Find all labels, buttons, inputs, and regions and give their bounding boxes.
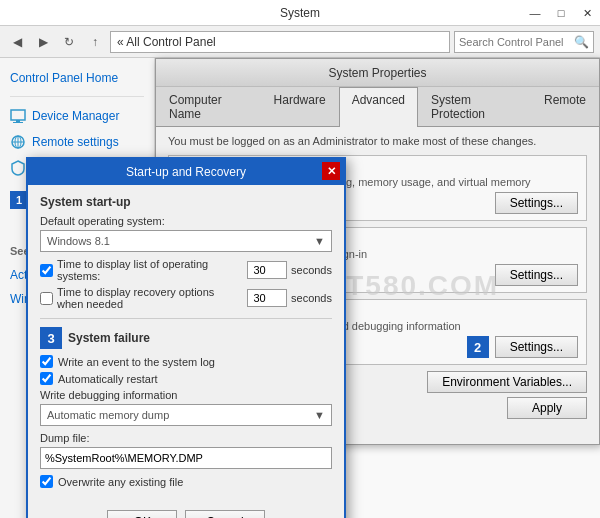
dropdown-arrow-icon: ▼ — [314, 235, 325, 247]
system-protection-icon — [10, 160, 26, 176]
refresh-button[interactable]: ↻ — [58, 31, 80, 53]
address-bar: ◀ ▶ ↻ ↑ « All Control Panel 🔍 — [0, 26, 600, 58]
auto-restart-row: Automatically restart — [40, 372, 332, 385]
dialog-footer: OK Cancel — [28, 502, 344, 518]
window-title: System — [280, 6, 320, 20]
window-controls: — □ ✕ — [522, 0, 600, 26]
env-variables-btn[interactable]: Environment Variables... — [427, 371, 587, 393]
number-badge-2: 2 — [467, 336, 489, 358]
dump-file-label: Dump file: — [40, 432, 332, 444]
default-os-label: Default operating system: — [40, 215, 332, 227]
user-profiles-settings-btn[interactable]: Settings... — [495, 264, 578, 286]
system-properties-dialog: System Properties Computer Name Hardware… — [155, 58, 600, 445]
search-box: 🔍 — [454, 31, 594, 53]
ok-button[interactable]: OK — [107, 510, 177, 518]
up-button[interactable]: ↑ — [84, 31, 106, 53]
startup-recovery-dialog: Start-up and Recovery ✕ System start-up … — [26, 157, 346, 518]
sidebar-item-device-manager[interactable]: Device Manager — [0, 103, 154, 129]
display-recovery-row: Time to display recovery options when ne… — [40, 286, 332, 310]
svg-rect-1 — [16, 120, 20, 122]
display-list-checkbox[interactable] — [40, 264, 53, 277]
tab-advanced[interactable]: Advanced — [339, 87, 418, 127]
auto-restart-checkbox[interactable] — [40, 372, 53, 385]
sidebar-item-control-panel-home[interactable]: Control Panel Home — [0, 66, 154, 90]
sidebar-item-remote-settings[interactable]: Remote settings — [0, 129, 154, 155]
debug-dropdown-arrow-icon: ▼ — [314, 409, 325, 421]
startup-dialog-body: System start-up Default operating system… — [28, 185, 344, 502]
sidebar-divider — [10, 96, 144, 97]
system-failure-label: System failure — [68, 331, 150, 345]
title-bar: System — □ ✕ — [0, 0, 600, 26]
maximize-button[interactable]: □ — [548, 0, 574, 26]
startup-dialog-title: Start-up and Recovery — [36, 165, 336, 179]
write-debug-label: Write debugging information — [40, 389, 332, 401]
tab-computer-name[interactable]: Computer Name — [156, 87, 261, 126]
default-os-dropdown[interactable]: Windows 8.1 ▼ — [40, 230, 332, 252]
search-icon: 🔍 — [574, 35, 589, 49]
tab-hardware[interactable]: Hardware — [261, 87, 339, 126]
forward-button[interactable]: ▶ — [32, 31, 54, 53]
system-props-title: System Properties — [164, 66, 591, 80]
overwrite-checkbox[interactable] — [40, 475, 53, 488]
svg-rect-0 — [11, 110, 25, 120]
display-recovery-seconds-input[interactable] — [247, 289, 287, 307]
startup-close-btn[interactable]: ✕ — [322, 162, 340, 180]
tab-remote[interactable]: Remote — [531, 87, 599, 126]
write-event-checkbox[interactable] — [40, 355, 53, 368]
system-startup-title: System start-up — [40, 195, 332, 209]
cancel-button[interactable]: Cancel — [185, 510, 264, 518]
search-input[interactable] — [459, 36, 571, 48]
display-list-row: Time to display list of operating system… — [40, 258, 332, 282]
close-button[interactable]: ✕ — [574, 0, 600, 26]
device-manager-icon — [10, 108, 26, 124]
startup-title-bar: Start-up and Recovery ✕ — [28, 159, 344, 185]
back-button[interactable]: ◀ — [6, 31, 28, 53]
apply-btn[interactable]: Apply — [507, 397, 587, 419]
remote-settings-icon — [10, 134, 26, 150]
svg-rect-2 — [13, 122, 23, 123]
dump-file-input[interactable] — [40, 447, 332, 469]
performance-settings-btn[interactable]: Settings... — [495, 192, 578, 214]
overwrite-row: Overwrite any existing file — [40, 475, 332, 488]
main-layout: Control Panel Home Device Manager Remote… — [0, 58, 600, 518]
write-event-row: Write an event to the system log — [40, 355, 332, 368]
tabs-bar: Computer Name Hardware Advanced System P… — [156, 87, 599, 127]
minimize-button[interactable]: — — [522, 0, 548, 26]
address-path[interactable]: « All Control Panel — [110, 31, 450, 53]
startup-settings-btn[interactable]: Settings... — [495, 336, 578, 358]
tab-system-protection[interactable]: System Protection — [418, 87, 531, 126]
section-divider — [40, 318, 332, 319]
content-area: System Properties Computer Name Hardware… — [155, 58, 600, 518]
display-recovery-checkbox[interactable] — [40, 292, 53, 305]
debug-type-dropdown[interactable]: Automatic memory dump ▼ — [40, 404, 332, 426]
number-badge-3: 3 — [40, 327, 62, 349]
system-props-title-bar: System Properties — [156, 59, 599, 87]
display-list-seconds-input[interactable] — [247, 261, 287, 279]
